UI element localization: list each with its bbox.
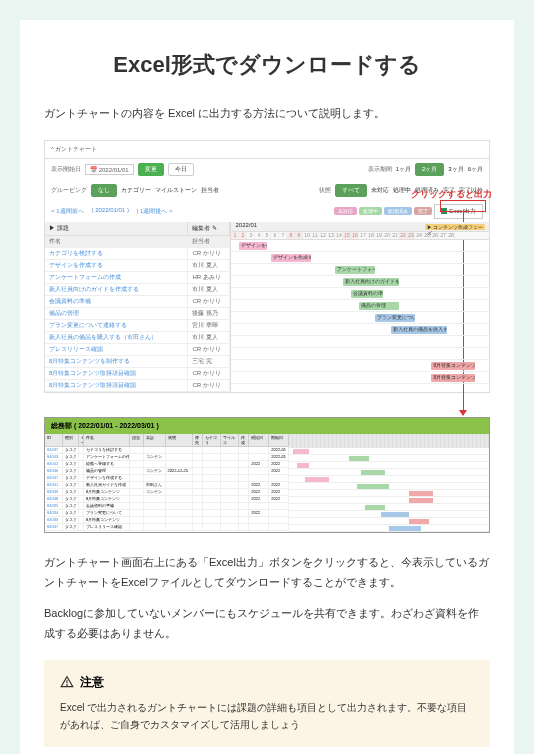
paragraph-2: ガントチャート画面右上にある「Excel出力」ボタンをクリックすると、今表示して… — [44, 553, 490, 593]
note-body: Excel で出力されるガントチャートには課題の詳細も項目として出力されます。不… — [60, 699, 474, 733]
intro-paragraph: ガントチャートの内容を Excel に出力する方法について説明します。 — [44, 104, 490, 124]
badge-open: 未対応 — [334, 207, 357, 215]
span-1m[interactable]: 1ヶ月 — [396, 165, 411, 174]
badge-progress: 処理中 — [359, 207, 382, 215]
excel-row: 84042タスク総務へ登録する20222022 — [45, 461, 289, 468]
grouping-assignee[interactable]: 担当者 — [201, 186, 219, 195]
gantt-row[interactable]: プラン変更について連絡する宮川 幸暉 — [45, 320, 230, 332]
excel-row: 84036タスク備品の管理コンテン2022-12-252022 — [45, 468, 289, 475]
gantt-row[interactable]: 会議資料の準備CR かりり — [45, 296, 230, 308]
badge-closed: 完了 — [414, 207, 432, 215]
gantt-row[interactable]: 8月特集コンテンツ取得項目確認CR かりり — [45, 368, 230, 380]
display-start-label: 表示開始日 — [51, 165, 81, 174]
callout-highlight-box — [440, 200, 486, 212]
gantt-bar[interactable]: デザインを作成する — [239, 242, 267, 250]
ss-breadcrumb: ^ ガントチャート — [45, 141, 489, 159]
paragraph-3: Backlogに参加していないメンバーにもスケジュールを共有できます。わざわざ資… — [44, 604, 490, 644]
span-3m[interactable]: 3ヶ月 — [448, 165, 463, 174]
gantt-row[interactable]: カテゴリを検討するCR かりり — [45, 248, 230, 260]
status-progress[interactable]: 処理中 — [393, 186, 411, 195]
gantt-bar[interactable]: プラン変更について連絡する — [375, 314, 415, 322]
date-input[interactable]: 📅 2022/01/01 — [85, 164, 134, 175]
svg-point-1 — [67, 685, 68, 686]
date-change-button[interactable]: 変更 — [138, 163, 164, 176]
gantt-screenshot: ^ ガントチャート 表示開始日 📅 2022/01/01 変更 今日 表示期間 … — [44, 140, 490, 393]
nav-prev-week[interactable]: < 1週間前へ — [51, 207, 84, 216]
gantt-bar[interactable]: 新入社員向けのガイドを作成する — [343, 278, 399, 286]
status-open[interactable]: 未対応 — [371, 186, 389, 195]
gantt-bar[interactable]: アンケートフォームの作成 — [335, 266, 375, 274]
gantt-row[interactable]: 8月特集コンテンツを制作する三宅 完 — [45, 356, 230, 368]
grouping-milestone[interactable]: マイルストーン — [155, 186, 197, 195]
gantt-screenshot-wrap: クリックすると出力 ^ ガントチャート 表示開始日 📅 2022/01/01 変… — [44, 140, 490, 393]
excel-output-screenshot: 総務部 ( 2022/01/01 - 2022/03/01 ) ID種別キー件名… — [44, 417, 490, 533]
nav-current-date: ( 2022/01/01 ) — [92, 207, 129, 216]
excel-row: 84037タスクデザインを作成する — [45, 475, 289, 482]
excel-title: 総務部 ( 2022/01/01 - 2022/03/01 ) — [45, 418, 489, 434]
gantt-row[interactable]: 8月特集コンテンツ取得項目確認CR かりり — [45, 380, 230, 392]
span-2m[interactable]: 2ヶ月 — [415, 163, 444, 176]
status-all[interactable]: すべて — [335, 184, 367, 197]
excel-row: 84043タスクアンケートフォームの作成コンテン2022-01 — [45, 454, 289, 461]
warning-icon — [60, 675, 74, 689]
gantt-bar[interactable]: 8月特集コンテンツ取得項目確認 — [431, 362, 475, 370]
excel-row: 84033タスク8月特集コンテンツ — [45, 517, 289, 524]
excel-row: 84037タスクプレスリリース確認 — [45, 524, 289, 531]
gantt-bar[interactable]: 会議資料の準備 — [351, 290, 383, 298]
nav-next-week[interactable]: | 1週間後へ > — [137, 207, 173, 216]
grouping-none[interactable]: なし — [91, 184, 117, 197]
gantt-row[interactable]: 新入社員の備品を購入する（市田さん）市川 夏人 — [45, 332, 230, 344]
ss-toolbar-row1: 表示開始日 📅 2022/01/01 変更 今日 表示期間 1ヶ月 2ヶ月 3ヶ… — [45, 159, 489, 180]
excel-row: 84039タスク8月特集コンテンツコンテン20222022 — [45, 489, 289, 496]
excel-row: 84041タスク新入社員ガイドを作成市田さん20222022 — [45, 482, 289, 489]
callout-arrow-head — [459, 410, 467, 416]
gantt-row[interactable]: デザインを作成する市川 夏人 — [45, 260, 230, 272]
note-title: 注意 — [80, 674, 104, 691]
gantt-row[interactable]: プレスリリース確認CR かりり — [45, 344, 230, 356]
today-button[interactable]: 今日 — [168, 163, 194, 176]
grouping-label: グルーピング — [51, 186, 87, 195]
gantt-bar[interactable]: 備品の管理 — [359, 302, 399, 310]
badge-resolved: 処理済み — [384, 207, 412, 215]
gantt-bar[interactable]: 新入社員の備品を購入する（市田さん） — [391, 326, 447, 334]
gantt-row[interactable]: 新入社員向けのガイドを作成する市川 夏人 — [45, 284, 230, 296]
gantt-row[interactable]: アンケートフォームの作成HR あみり — [45, 272, 230, 284]
excel-row: 84035タスク会議資料の準備 — [45, 503, 289, 510]
status-label: 状態 — [319, 186, 331, 195]
gantt-row[interactable]: 備品の管理後藤 孫乃 — [45, 308, 230, 320]
grouping-category[interactable]: カテゴリー — [121, 186, 151, 195]
excel-row: 84034タスクプラン変更について2022 — [45, 510, 289, 517]
excel-row: 84037タスクカテゴリを検討する2022-01 — [45, 447, 289, 454]
note-box: 注意 Excel で出力されるガントチャートには課題の詳細も項目として出力されま… — [44, 660, 490, 747]
span-6m[interactable]: 6ヶ月 — [468, 165, 483, 174]
ss-nav-row: < 1週間前へ ( 2022/01/01 ) | 1週間後へ > 未対応 処理中… — [45, 201, 489, 222]
gantt-chart: ▶ 課題編集者 ✎件名担当者カテゴリを検討するCR かりりデザインを作成する市川… — [45, 222, 489, 392]
gantt-bar[interactable]: 8月特集コンテンツ取得項目確認 — [431, 374, 475, 382]
display-span-label: 表示期間 — [368, 165, 392, 174]
excel-row: 84038タスク8月特集コンテンツ20222022 — [45, 496, 289, 503]
page-title: Excel形式でダウンロードする — [44, 50, 490, 80]
gantt-bar[interactable]: デザインを作成する — [271, 254, 311, 262]
